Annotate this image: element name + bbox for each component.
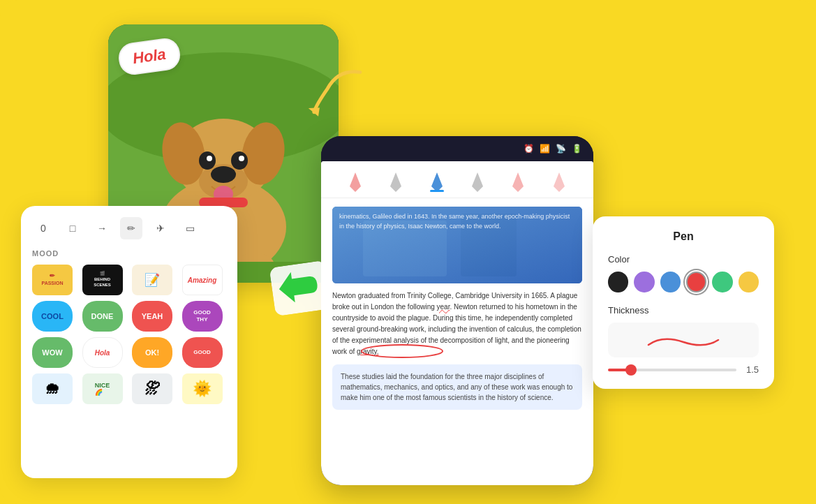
blue-info-box: These studies laid the foundation for th…: [332, 364, 582, 410]
sticker-nice[interactable]: NICE🌈: [82, 373, 123, 404]
tablet-content: kinematics, Galileo died in 1643. In the…: [321, 161, 593, 485]
sticker-passion[interactable]: ✏PASSION: [32, 265, 73, 295]
reader-image: kinematics, Galileo died in 1643. In the…: [332, 207, 582, 283]
svg-marker-17: [309, 106, 321, 118]
svg-point-7: [211, 166, 236, 183]
sticker-yeah[interactable]: YEAH: [132, 301, 172, 332]
sticker-ok[interactable]: OK!: [132, 337, 172, 368]
pen-tool-1[interactable]: [346, 167, 365, 192]
tool-square[interactable]: □: [61, 217, 84, 239]
pen-toolbar: [321, 161, 593, 198]
wifi-icon: 📶: [540, 144, 550, 154]
tool-rect[interactable]: ▭: [179, 217, 201, 239]
color-black[interactable]: [608, 272, 628, 292]
svg-marker-19: [350, 172, 361, 192]
sticker-amazing[interactable]: Amazing: [182, 265, 223, 295]
svg-point-8: [199, 151, 216, 170]
pen-panel-title: Pen: [608, 230, 759, 243]
sticker-hola[interactable]: Hola: [82, 337, 123, 368]
thickness-slider[interactable]: [608, 369, 736, 371]
tablet-status-bar: ⏰ 📶 📡 🔋: [321, 136, 593, 161]
svg-marker-23: [512, 172, 524, 192]
pen-tool-3[interactable]: [427, 167, 447, 192]
color-yellow[interactable]: [739, 272, 759, 292]
pen-tool-6[interactable]: [549, 167, 569, 192]
pen-tool-2[interactable]: [386, 167, 406, 192]
sticker-rain[interactable]: 🌧: [32, 373, 73, 404]
svg-marker-22: [472, 172, 483, 192]
thickness-preview-svg: [641, 329, 725, 350]
sticker-grid: ✏PASSION 🎬BEHINDSCENES 📝 Amazing COOL DO…: [32, 265, 226, 404]
sticker-toolbar: 0 □ → ✏ ✈ ▭: [32, 217, 226, 239]
sticker-panel: 0 □ → ✏ ✈ ▭ MOOD ✏PASSION 🎬BEHINDSCENES …: [21, 206, 237, 478]
thickness-label: Thickness: [608, 305, 759, 316]
hola-text: Hola: [131, 45, 167, 67]
image-overlay-text: kinematics, Galileo died in 1643. In the…: [339, 212, 575, 231]
pen-tool-5[interactable]: [508, 167, 528, 192]
thickness-slider-row: 1.5: [608, 364, 759, 375]
svg-marker-20: [390, 172, 401, 192]
color-blue[interactable]: [660, 272, 681, 292]
signal-icon: 📡: [556, 144, 566, 154]
color-swatches: [608, 272, 759, 292]
sticker-wow[interactable]: WOW: [32, 337, 73, 368]
sticker-cool[interactable]: COOL: [32, 301, 73, 332]
thickness-value: 1.5: [742, 364, 759, 375]
svg-point-28: [362, 345, 443, 357]
tool-zero[interactable]: 0: [32, 217, 54, 239]
reader-body: kinematics, Galileo died in 1643. In the…: [321, 198, 593, 418]
thickness-preview: [608, 323, 759, 357]
arrow-decoration: [296, 57, 374, 124]
sticker-sun[interactable]: 🌞: [182, 373, 223, 404]
sticker-storm[interactable]: ⛈: [132, 373, 172, 404]
svg-point-9: [231, 151, 248, 170]
color-green[interactable]: [712, 272, 732, 292]
pen-panel: Pen Color Thickness 1.5: [593, 216, 774, 389]
sticker-behind-scenes[interactable]: 🎬BEHINDSCENES: [82, 265, 123, 295]
battery-icon: 🔋: [572, 144, 582, 154]
tablet: ⏰ 📶 📡 🔋: [321, 136, 593, 485]
svg-point-10: [207, 156, 212, 161]
circle-annotation: [360, 343, 444, 359]
svg-marker-21: [431, 172, 443, 192]
tool-send[interactable]: ✈: [149, 217, 172, 239]
sticker-good[interactable]: GOOD: [182, 337, 223, 368]
sticker-done[interactable]: DONE: [82, 301, 123, 332]
tool-highlight[interactable]: ✏: [120, 217, 142, 239]
sticker-notepad[interactable]: 📝: [132, 265, 172, 295]
svg-marker-24: [554, 172, 565, 192]
color-purple[interactable]: [634, 272, 654, 292]
text-block-2: Newton graduated from Trinity College, C…: [332, 290, 582, 357]
mood-label: MOOD: [32, 249, 226, 258]
sticker-good-thy[interactable]: GOODTHY: [182, 301, 223, 332]
back-arrow-sticker: [269, 260, 332, 316]
svg-point-11: [239, 156, 244, 161]
pen-tool-4[interactable]: [468, 167, 487, 192]
color-label: Color: [608, 254, 759, 265]
color-red[interactable]: [686, 272, 706, 292]
tool-arrow[interactable]: →: [91, 217, 113, 239]
clock-icon: ⏰: [524, 144, 534, 154]
